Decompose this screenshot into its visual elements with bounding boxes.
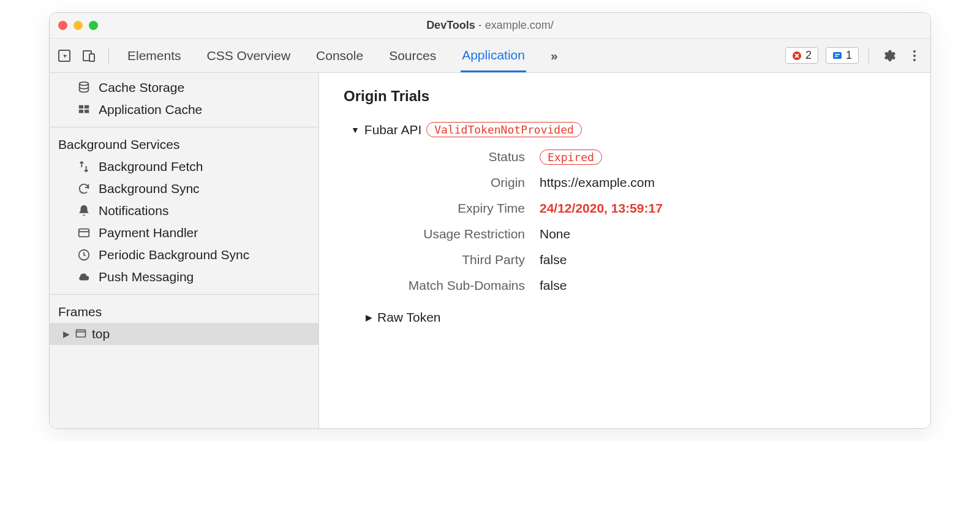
sidebar-item-application-cache[interactable]: Application Cache	[50, 99, 318, 121]
tab-application[interactable]: Application	[461, 39, 526, 72]
third-party-value: false	[540, 252, 906, 267]
tab-elements[interactable]: Elements	[126, 40, 183, 71]
toolbar: Elements CSS Overview Console Sources Ap…	[50, 39, 930, 73]
toolbar-divider	[869, 47, 869, 64]
issues-indicator[interactable]: 1	[826, 47, 859, 64]
svg-rect-6	[835, 56, 838, 57]
main-panel: Origin Trials ▼ Fubar API ValidTokenNotP…	[319, 73, 930, 428]
close-window-button[interactable]	[58, 21, 67, 30]
token-status-badge: ValidTokenNotProvided	[426, 122, 582, 137]
errors-count: 2	[805, 49, 812, 62]
sidebar-item-label: Periodic Background Sync	[99, 248, 249, 262]
devtools-window: DevTools - example.com/ Elements CSS Ove…	[49, 12, 931, 429]
device-toolbar-icon[interactable]	[81, 48, 96, 63]
sidebar-item-notifications[interactable]: Notifications	[50, 200, 318, 222]
svg-rect-18	[77, 330, 86, 337]
svg-point-10	[80, 82, 89, 86]
issues-icon	[832, 51, 842, 61]
sidebar-item-label: Push Messaging	[99, 270, 194, 284]
svg-rect-15	[79, 229, 89, 237]
sidebar-item-label: Notifications	[99, 203, 168, 218]
sidebar-section-frames[interactable]: Frames	[50, 301, 318, 323]
tab-css-overview[interactable]: CSS Overview	[206, 40, 292, 71]
third-party-label: Third Party	[368, 252, 540, 267]
svg-rect-14	[85, 110, 89, 113]
origin-value: https://example.com	[540, 175, 906, 190]
panel-tabs: Elements CSS Overview Console Sources Ap…	[126, 39, 775, 72]
sidebar-item-label: Cache Storage	[99, 80, 184, 95]
svg-point-9	[913, 59, 916, 61]
origin-trial-details: Status Expired Origin https://example.co…	[368, 150, 906, 293]
expand-triangle-icon[interactable]: ▶	[63, 329, 70, 339]
sidebar-item-payment-handler[interactable]: Payment Handler	[50, 222, 318, 244]
expiry-label: Expiry Time	[368, 201, 540, 216]
usage-restriction-label: Usage Restriction	[368, 227, 540, 241]
window-title-target: example.com/	[485, 19, 554, 31]
expiry-value: 24/12/2020, 13:59:17	[540, 201, 906, 216]
issues-count: 1	[846, 49, 852, 62]
sidebar-item-frame-top[interactable]: ▶ top	[50, 323, 318, 345]
database-icon	[77, 80, 91, 95]
more-options-icon[interactable]	[906, 46, 923, 66]
status-value: Expired	[540, 150, 906, 164]
svg-rect-4	[833, 52, 842, 59]
cloud-icon	[77, 270, 91, 284]
collapse-triangle-icon[interactable]: ▼	[351, 125, 360, 135]
settings-icon[interactable]	[879, 46, 899, 66]
status-badge: Expired	[540, 150, 602, 165]
error-icon	[792, 51, 802, 61]
toolbar-divider	[108, 47, 109, 64]
sync-icon	[77, 181, 91, 196]
match-subdomains-value: false	[540, 278, 906, 293]
svg-rect-12	[85, 105, 89, 109]
frame-label: top	[92, 327, 110, 341]
sidebar: Cache Storage Application Cache Backgrou…	[50, 73, 319, 428]
clock-icon	[77, 248, 91, 262]
minimize-window-button[interactable]	[74, 21, 83, 30]
grid-icon	[77, 102, 91, 117]
svg-rect-5	[835, 54, 840, 55]
sidebar-divider	[50, 127, 318, 127]
match-subdomains-label: Match Sub-Domains	[368, 278, 540, 293]
panel-heading: Origin Trials	[344, 88, 906, 105]
window-title-sep: -	[475, 19, 485, 31]
svg-point-8	[913, 55, 916, 57]
svg-rect-11	[79, 105, 83, 109]
sidebar-item-background-sync[interactable]: Background Sync	[50, 178, 318, 200]
origin-trial-row[interactable]: ▼ Fubar API ValidTokenNotProvided	[351, 122, 906, 137]
window-title: DevTools - example.com/	[50, 19, 930, 32]
errors-indicator[interactable]: 2	[785, 47, 818, 64]
fetch-icon	[77, 159, 91, 174]
window-title-app: DevTools	[426, 19, 475, 31]
zoom-window-button[interactable]	[89, 21, 98, 30]
expand-triangle-icon[interactable]: ▶	[366, 313, 372, 322]
sidebar-item-label: Background Sync	[99, 181, 200, 196]
titlebar: DevTools - example.com/	[50, 13, 930, 39]
inspect-element-icon[interactable]	[57, 48, 72, 63]
usage-restriction-value: None	[540, 227, 906, 241]
raw-token-label: Raw Token	[377, 310, 441, 325]
card-icon	[77, 225, 91, 240]
sidebar-divider	[50, 294, 318, 295]
bell-icon	[77, 203, 91, 218]
sidebar-section-background-services[interactable]: Background Services	[50, 134, 318, 156]
sidebar-item-label: Background Fetch	[99, 159, 203, 174]
raw-token-row[interactable]: ▶ Raw Token	[366, 310, 906, 325]
sidebar-item-periodic-background-sync[interactable]: Periodic Background Sync	[50, 244, 318, 266]
sidebar-item-push-messaging[interactable]: Push Messaging	[50, 266, 318, 288]
body: Cache Storage Application Cache Backgrou…	[50, 73, 930, 428]
svg-point-7	[913, 50, 916, 53]
toolbar-right: 2 1	[785, 46, 923, 66]
status-label: Status	[368, 150, 540, 164]
sidebar-item-cache-storage[interactable]: Cache Storage	[50, 77, 318, 99]
tab-console[interactable]: Console	[315, 40, 364, 71]
frame-icon	[75, 328, 87, 340]
sidebar-item-background-fetch[interactable]: Background Fetch	[50, 156, 318, 178]
svg-rect-2	[89, 54, 94, 61]
tab-sources[interactable]: Sources	[388, 40, 437, 71]
sidebar-item-label: Payment Handler	[99, 225, 198, 240]
tabs-overflow[interactable]: »	[549, 40, 559, 71]
origin-label: Origin	[368, 175, 540, 190]
svg-rect-13	[79, 110, 83, 113]
sidebar-item-label: Application Cache	[99, 102, 202, 117]
